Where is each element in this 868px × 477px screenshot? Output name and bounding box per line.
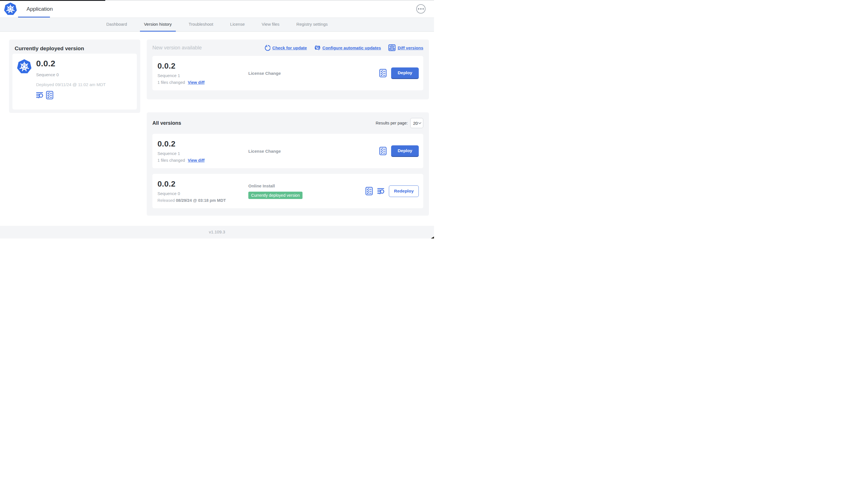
deploy-button[interactable]: Deploy	[391, 67, 419, 79]
deployed-sequence-label: Sequence 0	[36, 72, 105, 77]
console-version-label: v1.109.3	[209, 230, 225, 234]
version-row: 0.0.2 Sequence 1 1 files changed View di…	[152, 134, 423, 168]
files-changed-label: 1 files changed	[157, 80, 185, 85]
app-header: Application	[0, 0, 434, 18]
version-source-label: License Change	[248, 71, 281, 76]
view-diff-link[interactable]: View diff	[188, 80, 205, 85]
results-per-page-select[interactable]: 20	[410, 118, 423, 128]
tab-dashboard[interactable]: Dashboard	[102, 18, 131, 32]
version-source-label: License Change	[248, 149, 281, 153]
redeploy-button[interactable]: Redeploy	[389, 185, 419, 197]
kubernetes-logo	[4, 2, 17, 16]
checklist-icon[interactable]	[46, 91, 53, 99]
tab-view-files[interactable]: View files	[258, 18, 283, 32]
new-version-panel: New version available Check for update C…	[147, 39, 429, 99]
all-versions-title: All versions	[152, 120, 181, 126]
ellipsis-icon	[418, 8, 419, 9]
new-version-card: 0.0.2 Sequence 1 1 files changed View di…	[152, 56, 423, 90]
ellipsis-icon	[420, 8, 422, 9]
checklist-icon[interactable]	[365, 187, 373, 195]
tab-license[interactable]: License	[226, 18, 249, 32]
version-label: 0.0.2	[157, 140, 248, 148]
check-for-update-link[interactable]: Check for update	[264, 45, 307, 51]
deployed-date-label: Deployed 09/11/24 @ 11:02 am MDT	[36, 82, 105, 87]
kubernetes-logo	[17, 59, 32, 74]
chevron-down-icon	[418, 122, 421, 124]
refresh-icon	[264, 45, 270, 51]
version-source-label: Online Install	[248, 183, 275, 188]
currently-deployed-title: Currently deployed version	[9, 39, 140, 52]
checklist-icon[interactable]	[379, 147, 386, 155]
tab-troubleshoot[interactable]: Troubleshoot	[185, 18, 217, 32]
currently-deployed-badge: Currently deployed version	[248, 192, 303, 199]
tab-registry-settings[interactable]: Registry settings	[292, 18, 332, 32]
ellipsis-icon	[423, 8, 424, 9]
deployed-version-label: 0.0.2	[36, 59, 105, 68]
released-date-label: Released 08/29/24 @ 03:18 pm MDT	[157, 198, 248, 203]
tab-version-history[interactable]: Version history	[140, 18, 176, 32]
logs-icon[interactable]	[377, 188, 384, 194]
sequence-label: Sequence 0	[157, 191, 248, 196]
clock-refresh-icon	[314, 44, 320, 51]
version-row: 0.0.2 Sequence 0 Released 08/29/24 @ 03:…	[152, 174, 423, 208]
split-diff-icon	[388, 44, 396, 51]
deploy-button[interactable]: Deploy	[391, 145, 419, 157]
all-versions-panel: All versions Results per page: 20 0.0.2 …	[147, 112, 429, 216]
currently-deployed-card: 0.0.2 Sequence 0 Deployed 09/11/24 @ 11:…	[12, 54, 137, 110]
window-edge-dark	[0, 0, 105, 1]
files-changed-label: 1 files changed	[157, 158, 185, 162]
version-label: 0.0.2	[157, 62, 248, 70]
version-label: 0.0.2	[157, 180, 248, 188]
configure-automatic-updates-link[interactable]: Configure automatic updates	[314, 44, 381, 51]
checklist-icon[interactable]	[379, 69, 386, 77]
logs-icon[interactable]	[36, 92, 43, 98]
app-tabbar: Dashboard Version history Troubleshoot L…	[0, 18, 434, 32]
app-title: Application	[27, 0, 53, 18]
more-menu-button[interactable]	[416, 4, 426, 13]
new-version-title: New version available	[152, 45, 202, 51]
cursor-artifact	[431, 237, 434, 239]
view-diff-link[interactable]: View diff	[188, 158, 205, 162]
app-title-active-underline	[18, 17, 50, 18]
app-footer: v1.109.3	[0, 226, 434, 239]
results-per-page-label: Results per page:	[376, 121, 408, 125]
sequence-label: Sequence 1	[157, 73, 248, 78]
diff-versions-link[interactable]: Diff versions	[388, 44, 423, 51]
currently-deployed-panel: Currently deployed version 0.0.2 Sequenc…	[9, 39, 140, 113]
sequence-label: Sequence 1	[157, 151, 248, 156]
kots-admin-console: Application Dashboard Version history Tr…	[0, 0, 434, 239]
